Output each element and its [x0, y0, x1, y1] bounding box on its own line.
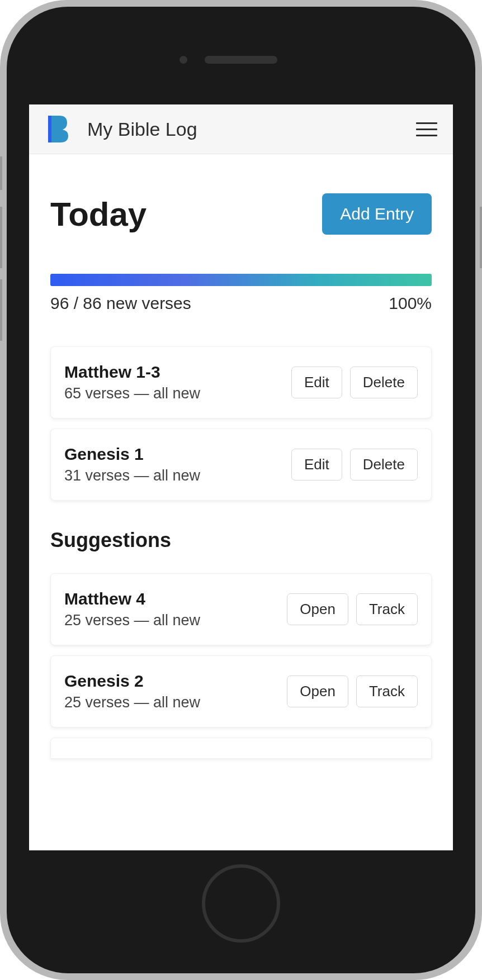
suggestion-meta: 25 verses — all new [64, 694, 200, 711]
phone-frame: My Bible Log Today Add Entry 96 / 86 new… [0, 0, 482, 980]
suggestion-title: Matthew 4 [64, 589, 200, 608]
phone-speaker [205, 56, 277, 64]
phone-home-button[interactable] [202, 864, 280, 943]
entry-card: Matthew 1-3 65 verses — all new Edit Del… [50, 346, 432, 418]
phone-bezel: My Bible Log Today Add Entry 96 / 86 new… [7, 7, 475, 973]
open-button[interactable]: Open [287, 675, 348, 707]
track-button[interactable]: Track [356, 675, 418, 707]
edit-button[interactable]: Edit [291, 367, 342, 398]
page-title: Today [50, 195, 147, 234]
main-content: Today Add Entry 96 / 86 new verses 100% … [29, 154, 453, 781]
app-logo-icon[interactable] [45, 115, 69, 144]
open-button[interactable]: Open [287, 593, 348, 625]
entry-title: Matthew 1-3 [64, 363, 200, 382]
suggestion-card: Genesis 2 25 verses — all new Open Track [50, 655, 432, 727]
track-button[interactable]: Track [356, 593, 418, 625]
delete-button[interactable]: Delete [350, 367, 418, 398]
suggestion-meta: 25 verses — all new [64, 612, 200, 629]
suggestion-card-partial [50, 738, 432, 759]
entry-meta: 31 verses — all new [64, 467, 200, 484]
progress-bar [50, 274, 432, 286]
entry-card: Genesis 1 31 verses — all new Edit Delet… [50, 429, 432, 501]
progress-text: 96 / 86 new verses [50, 294, 191, 313]
entry-meta: 65 verses — all new [64, 385, 200, 402]
entry-title: Genesis 1 [64, 445, 200, 464]
edit-button[interactable]: Edit [291, 449, 342, 481]
app-title: My Bible Log [87, 118, 398, 140]
suggestion-card: Matthew 4 25 verses — all new Open Track [50, 573, 432, 645]
menu-icon[interactable] [416, 122, 437, 136]
progress-section: 96 / 86 new verses 100% [50, 274, 432, 313]
suggestion-title: Genesis 2 [64, 672, 200, 691]
progress-percent: 100% [389, 294, 432, 313]
phone-side-button [0, 156, 2, 190]
delete-button[interactable]: Delete [350, 449, 418, 481]
suggestions-heading: Suggestions [50, 529, 432, 552]
phone-side-button [0, 279, 2, 341]
phone-side-button [0, 207, 2, 268]
phone-side-button [480, 207, 482, 268]
progress-labels: 96 / 86 new verses 100% [50, 294, 432, 313]
phone-camera [179, 56, 187, 64]
navbar: My Bible Log [29, 104, 453, 154]
app-screen: My Bible Log Today Add Entry 96 / 86 new… [29, 104, 453, 850]
add-entry-button[interactable]: Add Entry [322, 193, 432, 235]
page-header: Today Add Entry [50, 193, 432, 235]
